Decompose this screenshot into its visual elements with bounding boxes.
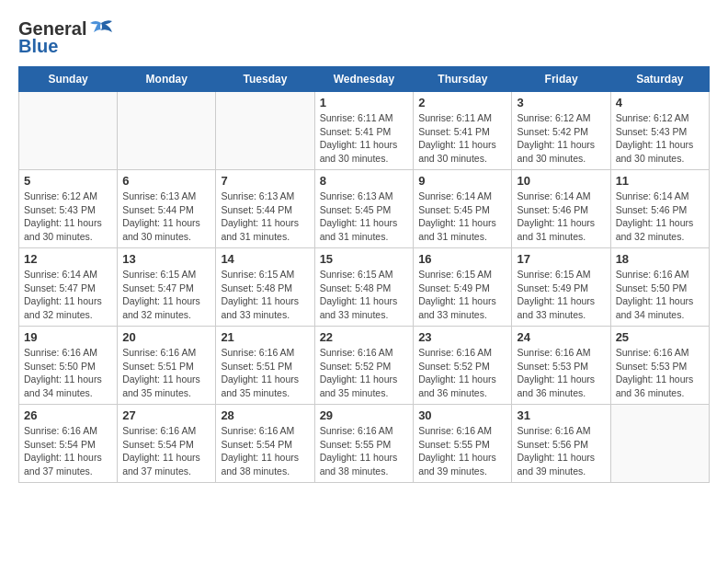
- day-info: Sunrise: 6:16 AMSunset: 5:54 PMDaylight:…: [24, 424, 112, 478]
- day-info: Sunrise: 6:15 AMSunset: 5:49 PMDaylight:…: [517, 268, 605, 322]
- calendar-cell: 10Sunrise: 6:14 AMSunset: 5:46 PMDayligh…: [512, 170, 610, 248]
- calendar-cell: 4Sunrise: 6:12 AMSunset: 5:43 PMDaylight…: [610, 92, 709, 170]
- calendar-cell: [118, 92, 216, 170]
- day-header-monday: Monday: [118, 67, 216, 92]
- day-number: 1: [320, 96, 409, 109]
- day-number: 3: [517, 96, 605, 109]
- day-number: 28: [221, 408, 309, 422]
- day-info: Sunrise: 6:14 AMSunset: 5:45 PMDaylight:…: [418, 190, 506, 244]
- calendar-cell: 7Sunrise: 6:13 AMSunset: 5:44 PMDaylight…: [216, 170, 314, 248]
- page-header: General Blue: [18, 18, 710, 57]
- week-row-1: 1Sunrise: 6:11 AMSunset: 5:41 PMDaylight…: [19, 92, 710, 170]
- calendar-cell: [610, 405, 709, 483]
- day-number: 2: [418, 96, 506, 109]
- calendar-cell: 16Sunrise: 6:15 AMSunset: 5:49 PMDayligh…: [414, 248, 512, 327]
- day-info: Sunrise: 6:16 AMSunset: 5:50 PMDaylight:…: [24, 346, 112, 400]
- week-row-3: 12Sunrise: 6:14 AMSunset: 5:47 PMDayligh…: [19, 248, 710, 327]
- calendar-cell: 8Sunrise: 6:13 AMSunset: 5:45 PMDaylight…: [314, 170, 414, 248]
- day-number: 16: [418, 252, 506, 266]
- day-info: Sunrise: 6:13 AMSunset: 5:44 PMDaylight:…: [122, 190, 210, 244]
- calendar-cell: 23Sunrise: 6:16 AMSunset: 5:52 PMDayligh…: [414, 327, 512, 405]
- logo-bird-icon: [88, 19, 114, 40]
- calendar-cell: 19Sunrise: 6:16 AMSunset: 5:50 PMDayligh…: [19, 327, 118, 405]
- day-info: Sunrise: 6:16 AMSunset: 5:52 PMDaylight:…: [320, 346, 409, 400]
- calendar-cell: 17Sunrise: 6:15 AMSunset: 5:49 PMDayligh…: [512, 248, 610, 327]
- day-number: 9: [418, 174, 506, 188]
- week-row-5: 26Sunrise: 6:16 AMSunset: 5:54 PMDayligh…: [19, 405, 710, 483]
- day-header-friday: Friday: [512, 67, 610, 92]
- day-number: 8: [320, 174, 409, 188]
- day-number: 30: [418, 408, 506, 422]
- day-number: 6: [122, 174, 210, 188]
- day-number: 21: [221, 330, 309, 344]
- day-info: Sunrise: 6:16 AMSunset: 5:55 PMDaylight:…: [418, 424, 506, 478]
- calendar-cell: 24Sunrise: 6:16 AMSunset: 5:53 PMDayligh…: [512, 327, 610, 405]
- calendar-cell: 18Sunrise: 6:16 AMSunset: 5:50 PMDayligh…: [610, 248, 709, 327]
- calendar-cell: 15Sunrise: 6:15 AMSunset: 5:48 PMDayligh…: [314, 248, 414, 327]
- day-info: Sunrise: 6:14 AMSunset: 5:46 PMDaylight:…: [517, 190, 605, 244]
- calendar-cell: 6Sunrise: 6:13 AMSunset: 5:44 PMDaylight…: [118, 170, 216, 248]
- day-info: Sunrise: 6:15 AMSunset: 5:48 PMDaylight:…: [221, 268, 309, 322]
- day-info: Sunrise: 6:11 AMSunset: 5:41 PMDaylight:…: [320, 111, 409, 166]
- calendar-cell: 21Sunrise: 6:16 AMSunset: 5:51 PMDayligh…: [216, 327, 314, 405]
- calendar-table: SundayMondayTuesdayWednesdayThursdayFrid…: [18, 66, 710, 483]
- day-number: 22: [320, 330, 409, 344]
- calendar-cell: 9Sunrise: 6:14 AMSunset: 5:45 PMDaylight…: [414, 170, 512, 248]
- day-number: 27: [122, 408, 210, 422]
- calendar-cell: 1Sunrise: 6:11 AMSunset: 5:41 PMDaylight…: [314, 92, 414, 170]
- day-info: Sunrise: 6:16 AMSunset: 5:55 PMDaylight:…: [320, 424, 409, 478]
- day-info: Sunrise: 6:16 AMSunset: 5:53 PMDaylight:…: [616, 346, 704, 400]
- day-info: Sunrise: 6:11 AMSunset: 5:41 PMDaylight:…: [418, 111, 506, 166]
- day-number: 5: [24, 174, 112, 188]
- logo-blue-text: Blue: [18, 36, 58, 57]
- day-number: 18: [616, 252, 704, 266]
- logo: General Blue: [18, 18, 114, 57]
- day-info: Sunrise: 6:15 AMSunset: 5:47 PMDaylight:…: [122, 268, 210, 322]
- calendar-header-row: SundayMondayTuesdayWednesdayThursdayFrid…: [19, 67, 710, 92]
- day-number: 17: [517, 252, 605, 266]
- calendar-cell: 13Sunrise: 6:15 AMSunset: 5:47 PMDayligh…: [118, 248, 216, 327]
- calendar-cell: 31Sunrise: 6:16 AMSunset: 5:56 PMDayligh…: [512, 405, 610, 483]
- day-info: Sunrise: 6:15 AMSunset: 5:48 PMDaylight:…: [320, 268, 409, 322]
- day-info: Sunrise: 6:14 AMSunset: 5:46 PMDaylight:…: [616, 190, 704, 244]
- day-number: 14: [221, 252, 309, 266]
- day-info: Sunrise: 6:12 AMSunset: 5:42 PMDaylight:…: [517, 111, 605, 166]
- day-info: Sunrise: 6:16 AMSunset: 5:54 PMDaylight:…: [122, 424, 210, 478]
- calendar-cell: 29Sunrise: 6:16 AMSunset: 5:55 PMDayligh…: [314, 405, 414, 483]
- day-header-tuesday: Tuesday: [216, 67, 314, 92]
- day-header-saturday: Saturday: [610, 67, 709, 92]
- calendar-cell: 3Sunrise: 6:12 AMSunset: 5:42 PMDaylight…: [512, 92, 610, 170]
- calendar-cell: 22Sunrise: 6:16 AMSunset: 5:52 PMDayligh…: [314, 327, 414, 405]
- day-number: 4: [616, 96, 704, 109]
- day-number: 19: [24, 330, 112, 344]
- calendar-cell: 30Sunrise: 6:16 AMSunset: 5:55 PMDayligh…: [414, 405, 512, 483]
- day-number: 31: [517, 408, 605, 422]
- week-row-4: 19Sunrise: 6:16 AMSunset: 5:50 PMDayligh…: [19, 327, 710, 405]
- calendar-cell: 27Sunrise: 6:16 AMSunset: 5:54 PMDayligh…: [118, 405, 216, 483]
- day-number: 26: [24, 408, 112, 422]
- day-info: Sunrise: 6:16 AMSunset: 5:51 PMDaylight:…: [122, 346, 210, 400]
- day-number: 10: [517, 174, 605, 188]
- day-header-wednesday: Wednesday: [314, 67, 414, 92]
- calendar-cell: [216, 92, 314, 170]
- day-number: 24: [517, 330, 605, 344]
- calendar-cell: 5Sunrise: 6:12 AMSunset: 5:43 PMDaylight…: [19, 170, 118, 248]
- day-info: Sunrise: 6:16 AMSunset: 5:50 PMDaylight:…: [616, 268, 704, 322]
- calendar-cell: 28Sunrise: 6:16 AMSunset: 5:54 PMDayligh…: [216, 405, 314, 483]
- day-info: Sunrise: 6:15 AMSunset: 5:49 PMDaylight:…: [418, 268, 506, 322]
- calendar-cell: 20Sunrise: 6:16 AMSunset: 5:51 PMDayligh…: [118, 327, 216, 405]
- calendar-cell: 2Sunrise: 6:11 AMSunset: 5:41 PMDaylight…: [414, 92, 512, 170]
- day-info: Sunrise: 6:14 AMSunset: 5:47 PMDaylight:…: [24, 268, 112, 322]
- day-number: 13: [122, 252, 210, 266]
- day-number: 12: [24, 252, 112, 266]
- calendar-cell: 11Sunrise: 6:14 AMSunset: 5:46 PMDayligh…: [610, 170, 709, 248]
- day-info: Sunrise: 6:12 AMSunset: 5:43 PMDaylight:…: [24, 190, 112, 244]
- day-info: Sunrise: 6:16 AMSunset: 5:52 PMDaylight:…: [418, 346, 506, 400]
- day-number: 25: [616, 330, 704, 344]
- day-number: 23: [418, 330, 506, 344]
- day-number: 15: [320, 252, 409, 266]
- day-info: Sunrise: 6:13 AMSunset: 5:44 PMDaylight:…: [221, 190, 309, 244]
- day-info: Sunrise: 6:16 AMSunset: 5:53 PMDaylight:…: [517, 346, 605, 400]
- day-info: Sunrise: 6:16 AMSunset: 5:51 PMDaylight:…: [221, 346, 309, 400]
- day-header-sunday: Sunday: [19, 67, 118, 92]
